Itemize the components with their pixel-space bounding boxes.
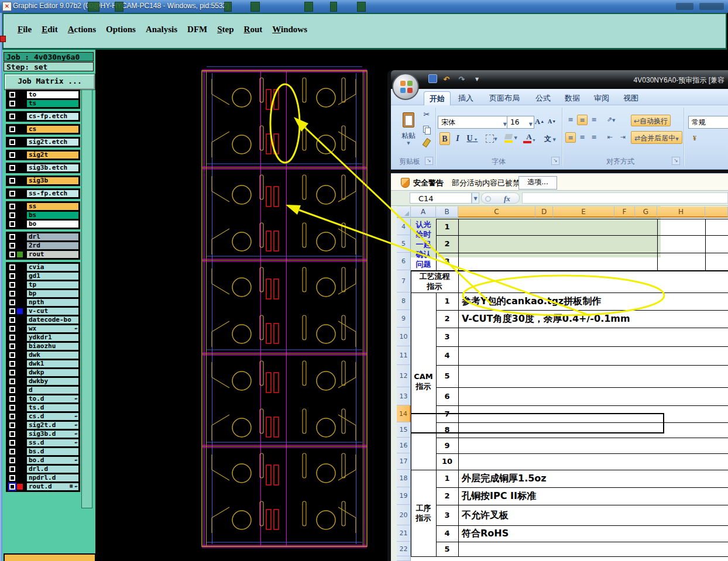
cell-B22[interactable]: 5 [436, 542, 458, 556]
layer-checkbox-tp[interactable] [9, 282, 15, 288]
borders-button[interactable]: ▼ [484, 132, 499, 145]
row-header-15[interactable]: 15 [397, 422, 411, 438]
cell-C13[interactable] [391, 330, 658, 346]
cell-B13[interactable]: 6 [436, 387, 458, 405]
job-matrix-button[interactable]: Job Matrix ... [5, 74, 95, 90]
column-header-F[interactable]: F [614, 206, 635, 218]
layer-row-cvia[interactable]: cvia [7, 263, 79, 271]
layer-row-ydkdr1[interactable]: ydkdr1 [7, 333, 79, 342]
window-controls[interactable] [676, 3, 693, 10]
align-left-button[interactable]: ≡ [565, 132, 576, 143]
paste-button[interactable]: 粘贴 ▼ [397, 112, 420, 149]
fill-color-button[interactable]: ▼ [503, 132, 518, 145]
layer-checkbox-v-cut[interactable] [9, 308, 15, 314]
section-label-process[interactable]: 工艺流程 指示 [411, 271, 458, 291]
layer-checkbox-npdrl.d[interactable] [9, 475, 15, 481]
layer-row-ss-fp.etch[interactable]: ss-fp.etch [7, 190, 79, 198]
cell-C19[interactable]: 孔铜按IPC II标准 [462, 487, 536, 505]
cell-B12[interactable]: 5 [436, 365, 458, 387]
menu-item-step[interactable]: Step [217, 25, 233, 35]
layer-row-bo.d[interactable]: bo.d✒ [7, 456, 79, 464]
layer-row-sig2t[interactable]: sig2t [7, 151, 79, 159]
column-header-H[interactable]: H [657, 206, 705, 218]
row-header-12[interactable]: 12 [397, 365, 411, 387]
layer-row-ts[interactable]: ts [7, 99, 79, 108]
layer-checkbox-cs-fp.etch[interactable] [9, 113, 15, 119]
layer-row-datecode-bo[interactable]: datecode-bo [7, 316, 79, 324]
row-header-22[interactable]: 22 [397, 542, 411, 556]
layer-checkbox-to.d[interactable] [9, 396, 15, 402]
layer-checkbox-dwk1[interactable] [9, 361, 15, 367]
save-button[interactable] [427, 74, 438, 85]
row-header-11[interactable]: 11 [397, 346, 411, 365]
layer-row-rout.d[interactable]: rout.d▦✒ [7, 483, 79, 491]
layer-row-2rd[interactable]: 2rd [7, 242, 79, 250]
column-header-partial[interactable] [397, 206, 411, 218]
layer-checkbox-sig3b.d[interactable] [9, 431, 15, 437]
name-box[interactable]: C14 [410, 192, 472, 204]
layer-checkbox-bs[interactable] [9, 212, 15, 218]
cell-B11[interactable]: 4 [436, 346, 458, 365]
tab-view[interactable]: 视图 [618, 91, 644, 105]
row-header-4[interactable]: 4 [397, 219, 411, 235]
bold-button[interactable]: B [439, 132, 450, 145]
row-header-20[interactable]: 20 [397, 505, 411, 525]
clipboard-dialog-launcher[interactable]: ↘ [425, 157, 433, 165]
column-header-B[interactable]: B [436, 206, 458, 218]
layer-row-to[interactable]: to [7, 91, 79, 99]
layer-row-dwkby[interactable]: dwkby [7, 377, 79, 386]
menu-item-rout[interactable]: Rout [244, 25, 263, 35]
layer-row-npth[interactable]: npth [7, 298, 79, 307]
layer-checkbox-dwkp[interactable] [9, 370, 15, 376]
tab-home[interactable]: 开始 [424, 91, 451, 106]
shrink-font-button[interactable]: A▼ [547, 116, 557, 128]
row-header-9[interactable]: 9 [397, 310, 411, 328]
layer-row-v-cut[interactable]: v-cut [7, 307, 79, 315]
cell-B17[interactable]: 10 [436, 453, 458, 470]
column-header-D[interactable]: D [535, 206, 553, 218]
layer-row-sig3b.etch[interactable]: sig3b.etch [7, 164, 79, 172]
qat-customize-button[interactable]: ▼ [472, 74, 482, 85]
wrap-text-button[interactable]: ↩自动换行 [631, 115, 671, 126]
menu-item-windows[interactable]: Windows [272, 25, 307, 35]
row-header-21[interactable]: 21 [397, 525, 411, 542]
align-top-button[interactable]: ≡ [565, 115, 576, 125]
tab-page-layout[interactable]: 页面布局 [482, 91, 527, 105]
alignment-dialog-launcher[interactable]: ↘ [672, 157, 680, 165]
cut-button[interactable]: ✂ [421, 110, 432, 121]
layer-checkbox-wx[interactable] [9, 326, 15, 332]
decrease-indent-button[interactable]: ⇤ [604, 132, 616, 143]
layer-row-to.d[interactable]: to.d✒ [7, 395, 79, 403]
orientation-button[interactable]: ⇗▼ [604, 115, 618, 125]
cell-B16[interactable]: 9 [436, 438, 458, 453]
row-header-7[interactable]: 7 [397, 270, 411, 292]
cell-C8[interactable]: 参考Y包的cankao.tgz拼板制作 [462, 292, 601, 310]
layer-row-biaozhu[interactable]: biaozhu [7, 342, 79, 350]
layer-checkbox-to[interactable] [9, 92, 15, 98]
row-header-10[interactable]: 10 [397, 328, 411, 346]
layer-checkbox-ts.d[interactable] [9, 405, 15, 411]
office-button[interactable] [392, 73, 419, 100]
row-header-17[interactable]: 17 [397, 453, 411, 470]
layer-row-dwk[interactable]: dwk [7, 351, 79, 359]
layer-checkbox-dwkby[interactable] [9, 378, 15, 384]
cell-B14[interactable]: 7 [436, 405, 458, 422]
layer-row-npdrl.d[interactable]: npdrl.d [7, 474, 79, 482]
column-header-C[interactable]: C [458, 206, 535, 218]
section-label-gongxu[interactable]: 工序 指示 [411, 503, 436, 523]
layer-checkbox-ts[interactable] [9, 101, 15, 106]
align-right-button[interactable]: ≡ [589, 132, 599, 143]
layer-scroll-strip[interactable] [81, 90, 92, 508]
menu-item-options[interactable]: Options [106, 25, 136, 35]
menu-item-edit[interactable]: Edit [42, 25, 58, 35]
layer-checkbox-sig2t.d[interactable] [9, 422, 15, 428]
font-name-select[interactable]: 宋体▼ [438, 116, 509, 129]
menu-item-actions[interactable]: Actions [68, 25, 96, 35]
menu-item-file[interactable]: File [18, 25, 32, 35]
row-header-partial[interactable] [397, 556, 411, 561]
layer-row-ts.d[interactable]: ts.d [7, 404, 79, 412]
layer-checkbox-drl[interactable] [9, 234, 15, 240]
italic-button[interactable]: I [452, 132, 463, 145]
format-painter-button[interactable] [421, 138, 432, 149]
layer-checkbox-bo.d[interactable] [9, 457, 15, 463]
